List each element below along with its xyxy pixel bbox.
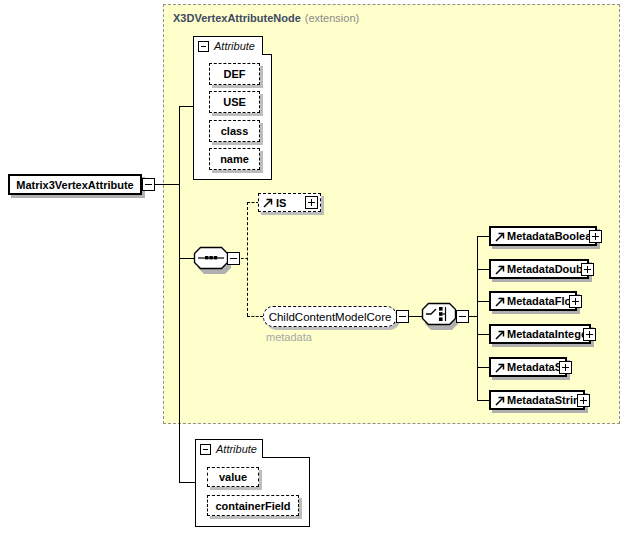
attribute-group-bottom-tab: Attribute — [195, 439, 263, 458]
reference-arrow-icon — [495, 296, 505, 307]
optional-connector-line — [247, 316, 263, 317]
connector-line — [477, 334, 489, 335]
attribute-label: USE — [223, 96, 246, 108]
collapse-icon[interactable] — [200, 444, 211, 455]
optional-branch-line — [247, 202, 248, 316]
expand-icon[interactable] — [583, 328, 596, 341]
connector-line — [477, 301, 489, 302]
attribute-group-label: Attribute — [216, 443, 257, 455]
reference-arrow-icon — [495, 264, 505, 275]
element-metadatadouble[interactable]: MetadataDouble — [489, 259, 589, 279]
connector-line — [179, 482, 195, 483]
connector-line — [179, 258, 194, 259]
element-label: MetadataInteger — [507, 328, 591, 340]
attribute-value[interactable]: value — [207, 467, 259, 487]
attribute-class[interactable]: class — [209, 120, 260, 142]
attribute-containerfield[interactable]: containerField — [207, 495, 299, 516]
reference-arrow-icon — [495, 329, 505, 340]
connector-line — [155, 184, 179, 185]
attribute-use[interactable]: USE — [209, 91, 260, 113]
expand-icon[interactable] — [559, 361, 572, 374]
element-label: IS — [276, 197, 286, 209]
expand-icon[interactable] — [577, 394, 590, 407]
connector-line — [477, 269, 489, 270]
element-label: MetadataDouble — [507, 263, 592, 275]
base-type-name: X3DVertexAttributeNode — [173, 12, 301, 24]
group-childcontentmodelcore[interactable]: ChildContentModelCore — [263, 306, 397, 327]
element-label: Matrix3VertexAttribute — [16, 179, 133, 191]
choice-branch-line — [477, 236, 478, 400]
collapse-icon[interactable] — [456, 310, 469, 323]
attribute-label: DEF — [224, 68, 246, 80]
element-metadatafloat[interactable]: MetadataFloat — [489, 291, 577, 311]
attribute-name[interactable]: name — [209, 148, 260, 170]
group-annotation: metadata — [266, 331, 312, 343]
expand-icon[interactable] — [305, 196, 318, 209]
connector-line — [179, 106, 193, 107]
element-metadatainteger[interactable]: MetadataInteger — [489, 324, 591, 344]
reference-arrow-icon — [263, 197, 273, 208]
connector-line — [469, 316, 477, 317]
extension-title: X3DVertexAttributeNode(extension) — [173, 12, 359, 24]
reference-arrow-icon — [495, 395, 505, 406]
extension-suffix: (extension) — [305, 12, 359, 24]
trunk-line — [179, 106, 180, 482]
attribute-label: containerField — [215, 500, 290, 512]
schema-diagram: X3DVertexAttributeNode(extension) Attrib… — [0, 0, 633, 544]
attribute-label: class — [221, 125, 249, 137]
attribute-label: value — [219, 471, 247, 483]
element-label: MetadataBoolean — [507, 230, 598, 242]
element-metadataset[interactable]: MetadataSet — [489, 357, 567, 377]
expand-icon[interactable] — [581, 263, 594, 276]
expand-icon[interactable] — [569, 295, 582, 308]
collapse-icon[interactable] — [227, 252, 240, 265]
reference-arrow-icon — [495, 362, 505, 373]
element-metadatastring[interactable]: MetadataString — [489, 390, 585, 410]
collapse-icon[interactable] — [142, 178, 155, 191]
reference-arrow-icon — [495, 231, 505, 242]
element-matrix3vertexattribute[interactable]: Matrix3VertexAttribute — [8, 174, 142, 195]
attribute-group-label: Attribute — [214, 40, 255, 52]
attribute-label: name — [220, 153, 249, 165]
collapse-icon[interactable] — [198, 41, 209, 52]
element-is[interactable]: IS — [258, 193, 321, 212]
connector-line — [477, 367, 489, 368]
group-label: ChildContentModelCore — [269, 311, 392, 323]
element-label: MetadataString — [507, 394, 586, 406]
attribute-def[interactable]: DEF — [209, 63, 260, 85]
attribute-group-top-tab: Attribute — [193, 36, 263, 55]
expand-icon[interactable] — [589, 230, 602, 243]
connector-line — [477, 236, 489, 237]
collapse-icon[interactable] — [396, 310, 409, 323]
element-metadataboolean[interactable]: MetadataBoolean — [489, 226, 597, 246]
connector-line — [477, 400, 489, 401]
